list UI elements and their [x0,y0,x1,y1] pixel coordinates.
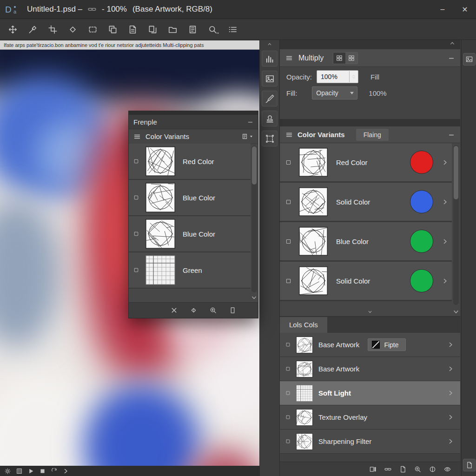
chevron-right-icon[interactable] [448,342,454,348]
scroll-down-icon[interactable] [251,295,257,301]
layer-row[interactable]: Sharpening Filter [280,430,460,454]
clone-stamp-icon[interactable] [262,111,278,126]
marquee-tool-icon[interactable] [86,22,99,36]
move-tool-icon[interactable] [6,22,20,36]
variant-label: Blue Color [183,230,215,238]
chevron-right-icon[interactable] [448,438,454,444]
transform-icon[interactable] [262,131,278,146]
float-panel-titlebar[interactable]: Frenple [129,115,258,129]
folder-icon[interactable] [165,22,179,36]
layer-row-selected[interactable]: Soft Light [280,381,460,405]
image-frame-icon[interactable] [262,71,278,86]
brush-icon[interactable] [262,91,278,106]
collapse-panels-icon[interactable] [449,40,456,46]
close-button[interactable]: ✕ [454,0,476,19]
link-square-icon [285,278,291,284]
crop-tool-icon[interactable] [46,22,60,36]
chevron-right-icon[interactable] [448,366,454,372]
scroll-down-icon[interactable] [453,309,459,315]
diamond-icon[interactable] [190,307,197,314]
duplicate-icon[interactable] [145,22,159,36]
zoom-plus-icon[interactable] [210,307,217,314]
opacity-stepper[interactable] [349,71,358,82]
layer-badge[interactable]: Fipte [368,338,405,351]
variants-scrollbar[interactable] [453,145,459,305]
adjustment-icon[interactable] [429,466,436,473]
color-swatch[interactable] [410,230,433,252]
frame-icon[interactable] [229,307,236,314]
link-icon[interactable] [384,466,391,473]
zoom-tool-icon[interactable] [205,22,219,36]
opacity-input[interactable]: 100% [317,70,358,83]
panel-options-button[interactable] [242,133,253,139]
pages-icon[interactable] [185,22,199,36]
eyedropper-tool-icon[interactable] [26,22,40,36]
shape-tool-icon[interactable] [66,22,79,36]
color-swatch[interactable] [410,151,433,173]
grid-view-toggle[interactable] [333,53,345,64]
fill-percent-value: 100% [369,89,386,97]
collapse-panel-icon[interactable] [448,132,455,138]
grid-icon [348,55,355,61]
search-icon[interactable] [414,466,421,473]
panel-menu-icon[interactable] [285,131,293,139]
chevron-right-icon[interactable] [442,199,448,205]
chevron-right-icon[interactable] [448,414,454,420]
color-swatch[interactable] [410,191,433,213]
chevron-right-icon[interactable] [63,468,69,474]
chevron-down-icon[interactable] [367,310,373,314]
fill-dropdown[interactable]: Opacity [312,86,357,99]
list-view-toggle[interactable] [345,53,357,64]
scrollbar-thumb[interactable] [454,146,458,199]
chevron-right-icon[interactable] [442,278,448,284]
new-layer-icon[interactable] [399,466,406,473]
sync-icon[interactable] [51,468,57,474]
grid-doc-icon[interactable] [16,468,22,474]
panels-icon[interactable] [370,466,377,473]
variant-row[interactable]: Solid Color [280,262,452,301]
play-icon[interactable] [28,468,34,474]
close-icon[interactable] [171,307,178,314]
variants-panel-tab[interactable]: Flaing [356,129,389,141]
scrollbar-thumb[interactable] [252,146,257,185]
color-swatch[interactable] [410,270,433,292]
link-square-icon [285,439,291,444]
app-logo-icon: Da [5,3,20,15]
visibility-icon[interactable] [444,466,451,473]
minimize-button[interactable]: – [431,0,454,19]
variant-row[interactable]: Red Color [129,144,251,180]
chevron-right-icon[interactable] [442,238,448,245]
variant-row[interactable]: Blue Color [129,180,251,216]
panel-menu-icon[interactable] [285,54,293,62]
stop-icon[interactable] [40,468,46,474]
image-adjust-dock-icon[interactable] [463,53,476,66]
collapse-panel-icon[interactable] [448,55,455,61]
note-icon[interactable] [126,22,139,36]
float-panel-header: Color Variants [129,129,258,144]
variant-row[interactable]: Green [129,252,251,289]
variant-row[interactable]: Blue Color [129,216,251,252]
workspace-list-icon[interactable] [225,22,239,36]
layer-row[interactable]: Base Artwork [280,357,460,381]
variant-row[interactable]: Red Color [280,143,452,183]
panel-menu-icon[interactable] [133,133,141,140]
chevron-right-icon[interactable] [448,390,454,396]
layers-panel-tab[interactable]: Lols Cols [280,317,327,333]
variant-row[interactable]: Blue Color [280,222,452,262]
caret-down-icon [216,31,220,35]
collapse-strip-icon[interactable] [267,42,272,46]
layer-row[interactable]: Texture Overlay [280,405,460,430]
document-dock-icon[interactable] [463,459,476,471]
copy-icon[interactable] [106,22,119,36]
variant-row[interactable]: Solid Color [280,183,452,222]
float-scrollbar[interactable] [251,145,257,292]
histogram-icon[interactable] [262,51,278,66]
float-variants-list: Red Color Blue Color Blue Color Green [129,144,251,303]
chevron-right-icon[interactable] [442,159,448,165]
stepper-arrows-icon [351,74,356,79]
collapse-panel-icon[interactable] [247,119,253,125]
float-panel-grip[interactable] [129,111,258,115]
blend-mode-value[interactable]: Multiply [298,54,324,62]
layer-row[interactable]: Base Artwork Fipte [280,333,460,357]
gear-icon[interactable] [5,468,11,474]
